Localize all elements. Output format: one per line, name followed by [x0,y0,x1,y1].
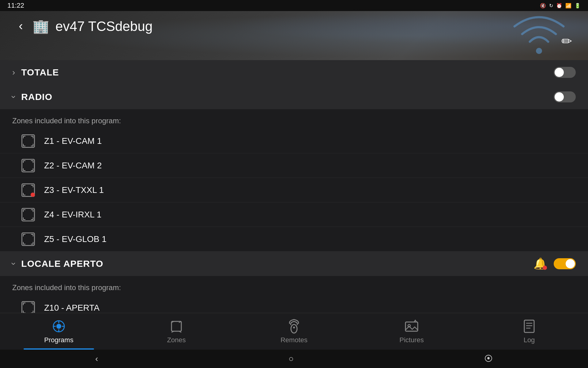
totale-toggle[interactable] [554,67,576,78]
locale-aperto-toggle[interactable] [554,258,576,269]
zone-z10-name: Z10 - APERTA [44,303,100,313]
zone-z3-icon [21,183,35,197]
radio-zones-label: Zones included into this program: [0,109,588,129]
device-title: ev47 TCSdebug [55,19,153,34]
signal-icon: 📶 [565,3,571,9]
android-nav-bar: ‹ ○ ⦿ [0,350,588,368]
radio-toggle-knob [555,92,564,102]
zones-tab-icon [169,319,184,334]
status-icons: 🔇 ↻ ⏰ 📶 🔋 [540,3,581,9]
radio-title: RADIO [21,92,554,102]
zone-z5-icon [21,232,35,246]
zone-z1-icon [21,134,35,148]
header-title-area: 🏢 ev47 TCSdebug [29,17,153,34]
tab-zones[interactable]: Zones [118,313,235,350]
bell-alert-dot [543,266,547,270]
zone-z1-name: Z1 - EV-CAM 1 [44,136,102,146]
tab-programs[interactable]: Programs [0,313,118,350]
battery-icon: 🔋 [575,3,581,9]
zone-z2-icon [21,159,35,172]
svg-point-13 [293,327,295,328]
totale-title: TOTALE [21,67,554,78]
edit-icon: ✏ [561,34,572,49]
locale-chevron-icon: › [9,262,19,265]
section-radio-header[interactable]: › RADIO [0,85,588,109]
programs-tab-icon [51,319,66,334]
tab-remotes-label: Remotes [281,336,307,344]
zone-z4-name: Z4 - EV-IRXL 1 [44,210,101,220]
back-button[interactable]: ‹ [12,17,29,34]
locale-aperto-toggle-knob [566,259,575,268]
status-bar: 11:22 🔇 ↻ ⏰ 📶 🔋 [0,0,588,11]
tab-programs-label: Programs [44,336,73,344]
pictures-tab-icon [404,319,419,334]
android-recents-button[interactable]: ⦿ [475,351,502,367]
zone-z3-name: Z3 - EV-TXXL 1 [44,185,104,195]
zone-z5: Z5 - EV-GLOB 1 [0,227,588,251]
zone-z3-alert-dot [31,193,35,197]
tab-log[interactable]: Log [470,313,588,350]
section-locale-aperto-header[interactable]: › LOCALE APERTO 🔔 [0,251,588,276]
tab-bar: Programs Zones Remotes Pictures [0,313,588,350]
svg-rect-14 [405,322,418,331]
zone-z4: Z4 - EV-IRXL 1 [0,202,588,227]
radio-toggle[interactable] [554,91,576,102]
device-icon: 🏢 [32,18,49,34]
mute-icon: 🔇 [540,3,546,9]
section-totale-header[interactable]: › TOTALE [0,60,588,85]
svg-point-2 [56,324,61,329]
alarm-icon: ⏰ [556,3,562,9]
tab-pictures-label: Pictures [399,336,424,344]
radio-chevron-icon: › [9,95,19,98]
back-arrow-icon: ‹ [19,20,23,32]
header-nav: ‹ 🏢 ev47 TCSdebug ✏ [0,11,588,60]
edit-button[interactable]: ✏ [557,32,576,50]
tab-log-label: Log [524,336,535,344]
sync-icon: ↻ [549,3,553,9]
svg-point-12 [291,324,297,333]
log-tab-icon [522,319,537,334]
zone-z2-name: Z2 - EV-CAM 2 [44,161,102,171]
zone-z10-icon [21,301,35,315]
totale-toggle-knob [555,68,564,77]
zone-z2: Z2 - EV-CAM 2 [0,153,588,178]
locale-zones-label: Zones included into this program: [0,276,588,296]
svg-rect-7 [172,321,181,331]
zone-z4-icon [21,208,35,221]
locale-aperto-title: LOCALE APERTO [21,259,533,269]
tab-remotes[interactable]: Remotes [235,313,353,350]
totale-chevron-icon: › [12,67,15,77]
svg-rect-16 [524,320,534,332]
zone-z1: Z1 - EV-CAM 1 [0,129,588,153]
tab-pictures[interactable]: Pictures [353,313,470,350]
main-content: › TOTALE › RADIO Zones included into thi… [0,60,588,331]
remotes-tab-icon [287,319,301,334]
locale-bell-container: 🔔 [533,256,548,271]
zone-z3: Z3 - EV-TXXL 1 [0,178,588,202]
android-home-button[interactable]: ○ [279,351,303,367]
android-back-button[interactable]: ‹ [86,351,107,367]
tab-zones-label: Zones [167,336,186,344]
status-time: 11:22 [7,2,24,10]
zone-z5-name: Z5 - EV-GLOB 1 [44,234,107,244]
